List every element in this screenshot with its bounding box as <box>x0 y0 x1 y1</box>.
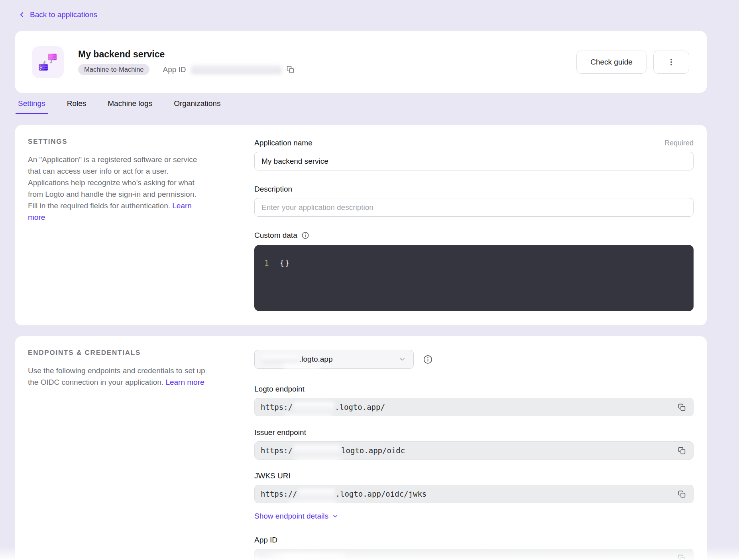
copy-icon <box>287 66 294 73</box>
copy-jwks-uri-button[interactable] <box>676 489 687 499</box>
app-id-field <box>254 549 694 560</box>
kebab-icon <box>667 58 676 67</box>
domain-select-row: .logto.app <box>254 350 694 369</box>
back-link-label: Back to applications <box>30 10 97 19</box>
application-details-page: Back to applications <box>0 0 739 560</box>
jwks-uri-field-group: JWKS URI https:// .logto.app/oidc/jwks <box>254 472 694 503</box>
endpoint-value-redacted <box>298 489 335 499</box>
tab-bar: Settings Roles Machine logs Organization… <box>15 98 707 114</box>
endpoint-value-prefix: https:/ <box>261 446 293 455</box>
domain-select[interactable]: .logto.app <box>254 350 414 369</box>
tab-settings[interactable]: Settings <box>16 98 48 114</box>
endpoints-card: ENDPOINTS & CREDENTIALS Use the followin… <box>15 336 707 560</box>
description-label: Description <box>254 185 292 194</box>
endpoints-section-heading: ENDPOINTS & CREDENTIALS <box>28 349 207 357</box>
page-title: My backend service <box>78 49 295 60</box>
endpoint-value-redacted <box>293 402 334 412</box>
description-field-group: Description <box>254 185 694 217</box>
m2m-app-icon <box>32 46 64 78</box>
header-actions: Check guide <box>576 51 689 74</box>
back-to-applications-link[interactable]: Back to applications <box>15 10 707 20</box>
application-header-info: My backend service Machine-to-Machine Ap… <box>78 49 295 75</box>
required-hint: Required <box>664 139 694 147</box>
copy-logto-endpoint-button[interactable] <box>676 402 687 413</box>
application-header-card: My backend service Machine-to-Machine Ap… <box>15 31 707 93</box>
custom-data-label: Custom data <box>254 231 309 240</box>
app-id-redacted-value <box>191 65 282 74</box>
settings-section-description: An "Application" is a registered softwar… <box>28 154 207 223</box>
endpoint-value-suffix: logto.app/oidc <box>341 446 405 455</box>
endpoints-form-column: .logto.app Logto endpoint https:/ .logto… <box>254 349 694 560</box>
description-input[interactable] <box>254 198 694 217</box>
endpoint-value-suffix: .logto.app/oidc/jwks <box>336 490 427 498</box>
settings-section-heading: SETTINGS <box>28 138 207 146</box>
issuer-endpoint-field: https:/ logto.app/oidc <box>254 441 694 460</box>
custom-data-editor[interactable]: 1 {} <box>254 245 694 311</box>
endpoint-value-suffix: .logto.app/ <box>335 403 385 411</box>
endpoint-value-prefix: https:/ <box>261 403 293 411</box>
chevron-left-icon <box>18 11 26 18</box>
endpoints-section-description: Use the following endpoints and credenti… <box>28 365 207 388</box>
settings-form-column: Application name Required Description Cu… <box>254 138 694 311</box>
domain-select-value: .logto.app <box>299 355 332 364</box>
code-line-number: 1 <box>254 258 269 267</box>
check-guide-button[interactable]: Check guide <box>576 51 647 74</box>
jwks-uri-field: https:// .logto.app/oidc/jwks <box>254 485 694 503</box>
tab-roles[interactable]: Roles <box>65 98 89 114</box>
more-actions-button[interactable] <box>653 51 689 74</box>
logto-endpoint-label: Logto endpoint <box>254 385 694 394</box>
endpoint-value-redacted <box>293 445 340 456</box>
code-line: 1 {} <box>254 258 694 267</box>
logto-endpoint-field: https:/ .logto.app/ <box>254 398 694 416</box>
endpoints-intro-column: ENDPOINTS & CREDENTIALS Use the followin… <box>28 349 254 560</box>
copy-app-id-field-button[interactable] <box>676 553 687 560</box>
application-name-field-group: Application name Required <box>254 139 694 170</box>
copy-icon <box>678 490 686 498</box>
app-id-value-redacted <box>259 553 344 560</box>
app-id-label: App ID <box>163 65 186 74</box>
chevron-down-icon <box>398 355 406 363</box>
settings-card: SETTINGS An "Application" is a registere… <box>15 125 707 325</box>
chevron-down-icon <box>332 513 338 519</box>
application-name-input[interactable] <box>254 152 694 170</box>
copy-issuer-endpoint-button[interactable] <box>676 445 687 456</box>
tab-organizations[interactable]: Organizations <box>171 98 223 114</box>
copy-icon <box>678 554 686 560</box>
endpoint-value-prefix: https:// <box>261 490 297 498</box>
logto-endpoint-field-group: Logto endpoint https:/ .logto.app/ <box>254 385 694 416</box>
meta-divider <box>156 66 156 74</box>
redaction-smudge <box>283 364 320 370</box>
copy-icon <box>678 403 686 411</box>
show-endpoint-details-link[interactable]: Show endpoint details <box>254 512 338 521</box>
domain-prefix-redacted <box>262 355 299 364</box>
tab-machine-logs[interactable]: Machine logs <box>105 98 155 114</box>
custom-data-field-group: Custom data 1 {} <box>254 231 694 311</box>
app-id-field-group: App ID <box>254 536 694 560</box>
app-id-field-label: App ID <box>254 536 694 544</box>
application-type-badge: Machine-to-Machine <box>78 64 149 75</box>
jwks-uri-label: JWKS URI <box>254 472 694 480</box>
copy-app-id-button[interactable] <box>286 65 295 74</box>
domain-info-icon[interactable] <box>423 354 433 364</box>
issuer-endpoint-label: Issuer endpoint <box>254 428 694 437</box>
application-name-label: Application name <box>254 139 313 147</box>
copy-icon <box>678 447 686 454</box>
endpoints-learn-more-link[interactable]: Learn more <box>165 378 204 386</box>
code-content: {} <box>279 258 290 267</box>
issuer-endpoint-field-group: Issuer endpoint https:/ logto.app/oidc <box>254 428 694 460</box>
application-meta-row: Machine-to-Machine App ID <box>78 64 295 75</box>
settings-intro-column: SETTINGS An "Application" is a registere… <box>28 138 254 311</box>
info-icon[interactable] <box>301 231 309 239</box>
